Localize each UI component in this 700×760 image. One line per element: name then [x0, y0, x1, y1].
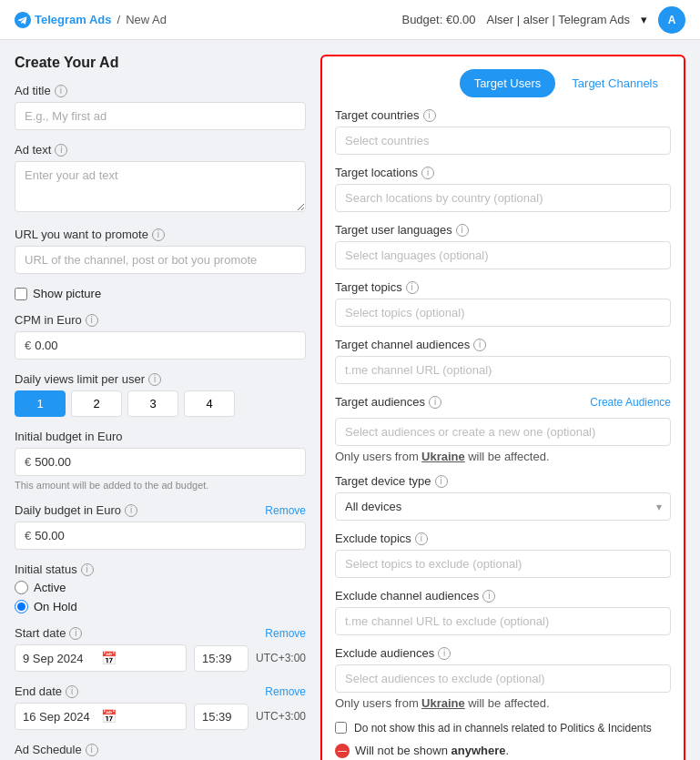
views-btn-1[interactable]: 1 — [15, 390, 66, 417]
warning-red-text: Will not be shown anywhere. — [355, 744, 509, 757]
warning-red-row: — Will not be shown anywhere. — [335, 744, 671, 758]
ad-title-info-icon[interactable]: i — [55, 85, 67, 97]
user-info[interactable]: Alser | alser | Telegram Ads — [486, 13, 630, 26]
device-type-select[interactable]: All devices Mobile Desktop — [335, 492, 671, 521]
exclude-channel-audiences-group: Exclude channel audiences i — [335, 589, 671, 635]
initial-budget-input[interactable] — [35, 455, 296, 469]
exclude-audiences-info-icon[interactable]: i — [438, 647, 451, 660]
end-date-info-icon[interactable]: i — [66, 685, 78, 698]
end-date-remove[interactable]: Remove — [265, 685, 306, 698]
show-picture-checkbox[interactable] — [15, 288, 27, 300]
start-date-info-icon[interactable]: i — [69, 627, 82, 640]
start-time-input[interactable] — [194, 645, 249, 672]
languages-info-icon[interactable]: i — [456, 224, 469, 237]
target-tabs: Target Users Target Channels — [335, 69, 671, 97]
end-tz-label: UTC+3:00 — [256, 710, 306, 723]
target-audiences-label: Target audiences i — [335, 395, 441, 409]
politics-checkbox[interactable] — [335, 722, 347, 734]
daily-budget-symbol: € — [25, 529, 31, 542]
end-time-input[interactable] — [194, 704, 249, 730]
daily-views-info-icon[interactable]: i — [148, 373, 161, 386]
start-date-remove[interactable]: Remove — [265, 627, 306, 640]
end-date-label-row: End date i Remove — [15, 684, 306, 698]
exclude-audiences-input[interactable] — [335, 664, 671, 693]
tab-target-users[interactable]: Target Users — [460, 69, 556, 97]
device-type-info-icon[interactable]: i — [435, 475, 448, 488]
url-input[interactable] — [15, 246, 306, 274]
ad-title-input[interactable] — [15, 102, 306, 130]
views-btn-3[interactable]: 3 — [127, 390, 178, 417]
politics-checkbox-label: Do not show this ad in channels related … — [354, 721, 652, 736]
panel-title: Create Your Ad — [15, 55, 306, 71]
audiences-info-icon[interactable]: i — [429, 396, 441, 409]
status-on-hold-label: On Hold — [34, 600, 77, 613]
views-btn-2[interactable]: 2 — [71, 390, 122, 417]
target-topics-group: Target topics i — [335, 280, 671, 327]
exclude-channel-info-icon[interactable]: i — [482, 590, 495, 603]
ad-text-label: Ad text i — [15, 143, 306, 157]
exclude-channel-audiences-label: Exclude channel audiences i — [335, 589, 671, 603]
initial-budget-group: Initial budget in Euro € This amount wil… — [15, 430, 306, 491]
target-countries-label: Target countries i — [335, 108, 671, 122]
exclude-channel-audiences-input[interactable] — [335, 607, 671, 635]
target-languages-label: Target user languages i — [335, 223, 671, 237]
url-label: URL you want to promote i — [15, 228, 306, 241]
cpm-info-icon[interactable]: i — [86, 314, 98, 327]
end-date-input[interactable] — [23, 710, 96, 724]
ad-title-label: Ad title i — [15, 84, 306, 97]
ad-text-info-icon[interactable]: i — [55, 144, 67, 157]
show-picture-group: Show picture — [15, 287, 306, 300]
topics-info-icon[interactable]: i — [406, 281, 419, 294]
ad-text-textarea[interactable] — [15, 161, 306, 212]
end-date-input-wrap: 📅 — [15, 703, 187, 730]
target-countries-group: Target countries i — [335, 108, 671, 155]
initial-status-info-icon[interactable]: i — [81, 563, 94, 576]
breadcrumb: Telegram Ads / New Ad — [15, 12, 167, 28]
channel-audiences-input[interactable] — [335, 356, 671, 384]
status-active-radio[interactable] — [15, 581, 28, 594]
brand-logo: Telegram Ads — [15, 12, 112, 28]
initial-status-label: Initial status i — [15, 562, 306, 576]
target-device-type-group: Target device type i All devices Mobile … — [335, 474, 671, 521]
daily-views-label: Daily views limit per user i — [15, 372, 306, 386]
exclude-topics-info-icon[interactable]: i — [415, 532, 428, 545]
create-audience-link[interactable]: Create Audience — [590, 396, 671, 409]
locations-info-icon[interactable]: i — [421, 167, 434, 179]
start-date-label: Start date i — [15, 626, 82, 640]
daily-budget-remove[interactable]: Remove — [265, 504, 306, 517]
topics-input[interactable] — [335, 299, 671, 327]
start-date-input[interactable] — [23, 652, 96, 665]
initial-budget-input-wrap: € — [15, 448, 306, 476]
url-group: URL you want to promote i — [15, 228, 306, 274]
countries-input[interactable] — [335, 127, 671, 155]
right-panel: Target Users Target Channels Target coun… — [320, 55, 685, 760]
languages-input[interactable] — [335, 241, 671, 269]
telegram-icon — [15, 12, 31, 28]
end-date-row: 📅 UTC+3:00 — [15, 703, 306, 730]
top-bar: Telegram Ads / New Ad Budget: €0.00 Alse… — [0, 0, 700, 40]
initial-budget-hint: This amount will be added to the ad budg… — [15, 480, 306, 491]
budget-info: Budget: €0.00 — [401, 13, 475, 26]
target-topics-label: Target topics i — [335, 280, 671, 294]
status-on-hold-radio[interactable] — [15, 600, 28, 613]
schedule-info-icon[interactable]: i — [86, 744, 98, 756]
chevron-down-icon: ▾ — [641, 13, 647, 26]
views-btn-4[interactable]: 4 — [184, 390, 235, 417]
countries-info-icon[interactable]: i — [423, 109, 436, 122]
views-buttons: 1 2 3 4 — [15, 390, 306, 417]
url-info-icon[interactable]: i — [152, 228, 165, 241]
audiences-input[interactable] — [335, 418, 671, 446]
locations-input[interactable] — [335, 184, 671, 212]
daily-views-group: Daily views limit per user i 1 2 3 4 — [15, 372, 306, 417]
channel-audiences-info-icon[interactable]: i — [473, 339, 486, 351]
daily-budget-info-icon[interactable]: i — [125, 504, 137, 517]
end-date-group: End date i Remove 📅 UTC+3:00 — [15, 684, 306, 730]
start-date-label-row: Start date i Remove — [15, 626, 306, 640]
tab-target-channels[interactable]: Target Channels — [559, 69, 671, 97]
exclude-topics-input[interactable] — [335, 550, 671, 578]
daily-budget-input[interactable] — [35, 529, 296, 542]
start-date-group: Start date i Remove 📅 UTC+3:00 — [15, 626, 306, 672]
exclude-audiences-ukraine-note: Only users from Ukraine will be affected… — [335, 696, 671, 710]
start-tz-label: UTC+3:00 — [256, 652, 306, 664]
cpm-input[interactable] — [35, 339, 296, 352]
